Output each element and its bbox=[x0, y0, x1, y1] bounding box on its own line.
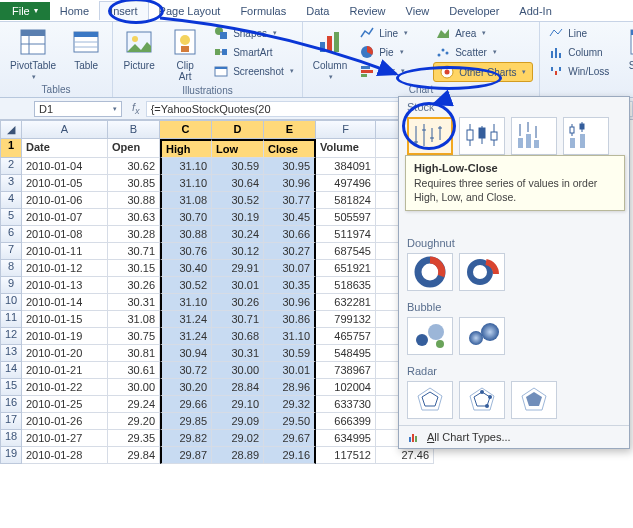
cell[interactable]: 2010-01-28 bbox=[22, 447, 108, 464]
cell[interactable]: 29.10 bbox=[212, 396, 264, 413]
col-header-D[interactable]: D bbox=[212, 120, 264, 139]
cell[interactable]: 30.00 bbox=[108, 379, 160, 396]
cell[interactable]: 548495 bbox=[316, 345, 376, 362]
cell[interactable]: 31.24 bbox=[160, 311, 212, 328]
cell[interactable]: 31.08 bbox=[160, 192, 212, 209]
cell[interactable]: 30.61 bbox=[108, 362, 160, 379]
file-tab[interactable]: File ▾ bbox=[0, 2, 50, 20]
row-header-6[interactable]: 6 bbox=[0, 226, 22, 243]
row-header-1[interactable]: 1 bbox=[0, 139, 22, 158]
cell[interactable]: 30.19 bbox=[212, 209, 264, 226]
cell[interactable]: 2010-01-06 bbox=[22, 192, 108, 209]
cell[interactable]: 30.12 bbox=[212, 243, 264, 260]
cell[interactable]: 2010-01-11 bbox=[22, 243, 108, 260]
cell[interactable]: 28.89 bbox=[212, 447, 264, 464]
tab-addins[interactable]: Add-In bbox=[509, 2, 561, 20]
tab-insert[interactable]: Insert bbox=[99, 1, 149, 20]
cell[interactable]: 31.08 bbox=[108, 311, 160, 328]
cell[interactable]: 30.07 bbox=[264, 260, 316, 277]
pie-chart-button[interactable]: Pie▾ bbox=[357, 43, 427, 61]
cell[interactable]: 29.66 bbox=[160, 396, 212, 413]
cell[interactable]: 30.72 bbox=[160, 362, 212, 379]
cell[interactable]: 30.62 bbox=[108, 158, 160, 175]
select-all-corner[interactable]: ◢ bbox=[0, 120, 22, 139]
cell[interactable]: 30.85 bbox=[108, 175, 160, 192]
chart-bubble-3d[interactable] bbox=[459, 317, 505, 355]
row-header-16[interactable]: 16 bbox=[0, 396, 22, 413]
cell[interactable]: 30.75 bbox=[108, 328, 160, 345]
chart-bubble[interactable] bbox=[407, 317, 453, 355]
cell[interactable]: 30.71 bbox=[108, 243, 160, 260]
cell[interactable]: 30.35 bbox=[264, 277, 316, 294]
cell[interactable]: 30.27 bbox=[264, 243, 316, 260]
cell[interactable]: 30.88 bbox=[108, 192, 160, 209]
row-header-14[interactable]: 14 bbox=[0, 362, 22, 379]
table-button[interactable]: Table bbox=[66, 24, 106, 73]
other-charts-button[interactable]: Other Charts▾ bbox=[433, 62, 533, 82]
cell[interactable]: 511974 bbox=[316, 226, 376, 243]
chart-volume-high-low-close[interactable] bbox=[511, 117, 557, 155]
chart-radar-markers[interactable] bbox=[459, 381, 505, 419]
tab-page-layout[interactable]: Page Layout bbox=[149, 2, 231, 20]
cell[interactable]: 31.10 bbox=[160, 158, 212, 175]
all-chart-types-button[interactable]: All Chart Types... bbox=[399, 425, 629, 448]
col-header-B[interactable]: B bbox=[108, 120, 160, 139]
cell[interactable]: 518635 bbox=[316, 277, 376, 294]
cell[interactable]: 29.02 bbox=[212, 430, 264, 447]
cell[interactable]: 581824 bbox=[316, 192, 376, 209]
row-header-5[interactable]: 5 bbox=[0, 209, 22, 226]
row-header-13[interactable]: 13 bbox=[0, 345, 22, 362]
cell[interactable]: 30.00 bbox=[212, 362, 264, 379]
cell[interactable]: 29.32 bbox=[264, 396, 316, 413]
sparkline-winloss-button[interactable]: Win/Loss bbox=[546, 62, 611, 80]
cell[interactable]: 497496 bbox=[316, 175, 376, 192]
cell[interactable]: 30.45 bbox=[264, 209, 316, 226]
cell[interactable]: 384091 bbox=[316, 158, 376, 175]
col-header-F[interactable]: F bbox=[316, 120, 376, 139]
cell[interactable]: 666399 bbox=[316, 413, 376, 430]
chart-volume-open-high-low-close[interactable] bbox=[563, 117, 609, 155]
cell[interactable]: 633730 bbox=[316, 396, 376, 413]
header-cell[interactable]: Close bbox=[264, 139, 316, 158]
cell[interactable]: 2010-01-12 bbox=[22, 260, 108, 277]
cell[interactable]: 29.35 bbox=[108, 430, 160, 447]
cell[interactable]: 30.86 bbox=[264, 311, 316, 328]
chart-open-high-low-close[interactable] bbox=[459, 117, 505, 155]
chart-radar-filled[interactable] bbox=[511, 381, 557, 419]
row-header-7[interactable]: 7 bbox=[0, 243, 22, 260]
cell[interactable]: 30.94 bbox=[160, 345, 212, 362]
row-header-11[interactable]: 11 bbox=[0, 311, 22, 328]
cell[interactable]: 30.40 bbox=[160, 260, 212, 277]
cell[interactable]: 29.84 bbox=[108, 447, 160, 464]
cell[interactable]: 30.59 bbox=[212, 158, 264, 175]
cell[interactable]: 30.88 bbox=[160, 226, 212, 243]
row-header-17[interactable]: 17 bbox=[0, 413, 22, 430]
cell[interactable]: 2010-01-22 bbox=[22, 379, 108, 396]
cell[interactable]: 2010-01-07 bbox=[22, 209, 108, 226]
cell[interactable]: 30.01 bbox=[212, 277, 264, 294]
tab-view[interactable]: View bbox=[396, 2, 440, 20]
clipart-button[interactable]: ClipArt bbox=[165, 24, 205, 84]
pivottable-button[interactable]: PivotTable ▾ bbox=[6, 24, 60, 83]
col-header-C[interactable]: C bbox=[160, 120, 212, 139]
cell[interactable]: 27.46 bbox=[376, 447, 434, 464]
cell[interactable]: 28.96 bbox=[264, 379, 316, 396]
cell[interactable]: 30.77 bbox=[264, 192, 316, 209]
cell[interactable]: 29.50 bbox=[264, 413, 316, 430]
col-header-A[interactable]: A bbox=[22, 120, 108, 139]
cell[interactable]: 634995 bbox=[316, 430, 376, 447]
row-header-15[interactable]: 15 bbox=[0, 379, 22, 396]
tab-review[interactable]: Review bbox=[339, 2, 395, 20]
slicer-button[interactable]: Slicer bbox=[621, 24, 633, 73]
tab-developer[interactable]: Developer bbox=[439, 2, 509, 20]
cell[interactable]: 30.31 bbox=[212, 345, 264, 362]
chart-doughnut[interactable] bbox=[407, 253, 453, 291]
cell[interactable]: 30.64 bbox=[212, 175, 264, 192]
area-chart-button[interactable]: Area▾ bbox=[433, 24, 533, 42]
cell[interactable]: 29.09 bbox=[212, 413, 264, 430]
tab-formulas[interactable]: Formulas bbox=[230, 2, 296, 20]
cell[interactable]: 29.82 bbox=[160, 430, 212, 447]
row-header-19[interactable]: 19 bbox=[0, 447, 22, 464]
cell[interactable]: 2010-01-21 bbox=[22, 362, 108, 379]
chart-radar[interactable] bbox=[407, 381, 453, 419]
